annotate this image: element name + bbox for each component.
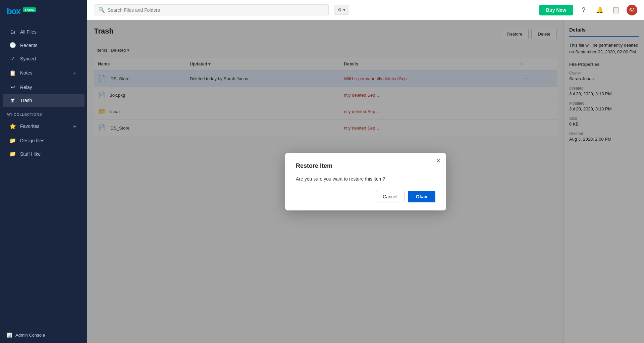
search-bar[interactable]: 🔍 xyxy=(94,4,329,15)
avatar[interactable]: SJ xyxy=(627,5,637,15)
sidebar-item-all-files[interactable]: 🗂 All Files xyxy=(3,26,85,38)
sidebar-item-design-files[interactable]: 📁 Design files xyxy=(3,134,85,147)
sidebar: box TRIAL 🗂 All Files 🕐 Recents ✓ Synced… xyxy=(0,0,87,343)
sidebar-item-favorites[interactable]: ⭐ Favorites ＋ xyxy=(3,119,85,134)
modal-cancel-button[interactable]: Cancel xyxy=(376,191,405,202)
modal-okay-button[interactable]: Okay xyxy=(408,191,435,202)
trial-badge: TRIAL xyxy=(23,7,36,12)
filter-icon: ⚙ xyxy=(338,7,342,12)
search-icon: 🔍 xyxy=(98,7,105,13)
search-input[interactable] xyxy=(108,7,324,13)
header: 🔍 ⚙ ▾ Buy Now ? 🔔 📋 SJ xyxy=(87,0,644,20)
header-actions: Buy Now ? 🔔 📋 SJ xyxy=(539,5,637,15)
collections-section-title: My Collections xyxy=(0,107,87,118)
modal-overlay: ✕ Restore Item Are you sure you want to … xyxy=(87,20,644,343)
recents-icon: 🕐 xyxy=(9,42,16,48)
sidebar-item-synced[interactable]: ✓ Synced xyxy=(3,52,85,65)
filter-chevron: ▾ xyxy=(343,7,345,12)
trash-icon: 🗑 xyxy=(9,97,16,103)
modal-close-button[interactable]: ✕ xyxy=(436,158,441,164)
sidebar-item-notes[interactable]: 📋 Notes ＋ xyxy=(3,65,85,80)
modal-title: Restore Item xyxy=(296,162,435,169)
admin-console-label: Admin Console xyxy=(15,333,45,338)
sidebar-footer: 📊 Admin Console xyxy=(0,327,87,343)
synced-icon: ✓ xyxy=(9,55,16,62)
notes-add-icon[interactable]: ＋ xyxy=(72,69,78,77)
sidebar-item-label: Design files xyxy=(20,138,78,143)
sidebar-item-label: Recents xyxy=(20,43,78,48)
sidebar-nav: 🗂 All Files 🕐 Recents ✓ Synced 📋 Notes ＋… xyxy=(0,22,87,327)
share-button[interactable]: 📋 xyxy=(610,5,621,15)
buy-now-button[interactable]: Buy Now xyxy=(539,5,573,15)
sidebar-logo: box TRIAL xyxy=(0,0,87,22)
restore-item-modal: ✕ Restore Item Are you sure you want to … xyxy=(285,153,446,210)
sidebar-item-stuff-i-like[interactable]: 📁 Stuff I like xyxy=(3,147,85,160)
favorites-icon: ⭐ xyxy=(9,123,16,130)
sidebar-item-label: Favorites xyxy=(20,124,68,129)
design-files-icon: 📁 xyxy=(9,137,16,144)
sidebar-item-label: Stuff I like xyxy=(20,151,78,157)
sidebar-item-label: Synced xyxy=(20,56,78,61)
help-button[interactable]: ? xyxy=(578,5,589,15)
relay-icon: ↩ xyxy=(9,84,16,90)
admin-console-item[interactable]: 📊 Admin Console xyxy=(7,333,80,338)
all-files-icon: 🗂 xyxy=(9,29,16,35)
sidebar-item-label: Relay xyxy=(20,85,78,90)
modal-body: Are you sure you want to restore this it… xyxy=(296,176,435,182)
filter-button[interactable]: ⚙ ▾ xyxy=(334,5,349,15)
content-area: Trash Restore Delete Items | Deleted ▾ xyxy=(87,20,644,343)
favorites-add-icon[interactable]: ＋ xyxy=(72,122,78,130)
modal-actions: Cancel Okay xyxy=(296,191,435,202)
notifications-button[interactable]: 🔔 xyxy=(594,5,605,15)
notes-icon: 📋 xyxy=(9,70,16,76)
main-area: 🔍 ⚙ ▾ Buy Now ? 🔔 📋 SJ Trash Restore Del… xyxy=(87,0,644,343)
admin-console-icon: 📊 xyxy=(7,333,12,338)
sidebar-item-label: Trash xyxy=(20,98,78,103)
sidebar-item-label: All Files xyxy=(20,29,78,35)
sidebar-item-label: Notes xyxy=(20,70,68,76)
sidebar-item-relay[interactable]: ↩ Relay xyxy=(3,81,85,94)
stuff-i-like-icon: 📁 xyxy=(9,151,16,157)
sidebar-item-trash[interactable]: 🗑 Trash xyxy=(3,94,85,107)
logo-text: box xyxy=(7,6,20,16)
sidebar-item-recents[interactable]: 🕐 Recents xyxy=(3,39,85,52)
